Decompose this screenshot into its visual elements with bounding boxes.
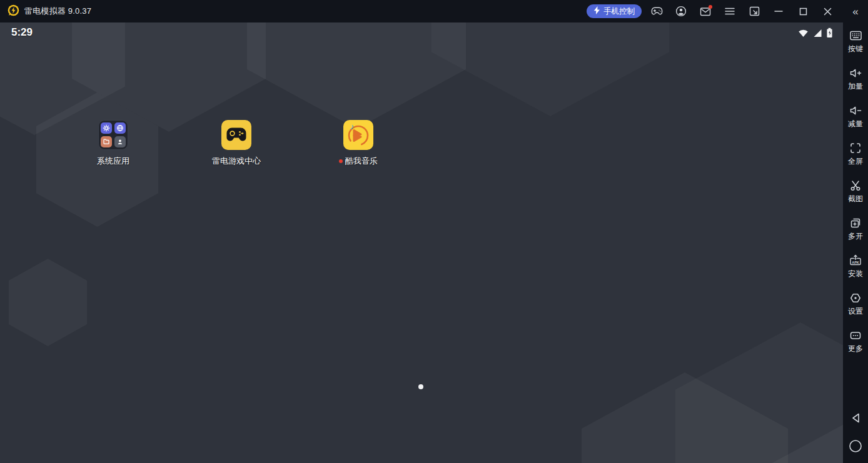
close-button[interactable] bbox=[818, 2, 837, 20]
battery-icon bbox=[826, 27, 833, 41]
tool-volume-up[interactable]: 加量 bbox=[843, 64, 868, 101]
tool-apk-install[interactable]: APK 安装 bbox=[843, 251, 868, 289]
app-label: 系统应用 bbox=[97, 156, 129, 167]
apk-text: APK bbox=[852, 261, 859, 264]
tool-label: 多开 bbox=[848, 231, 863, 242]
wifi-icon bbox=[798, 29, 809, 40]
notification-dot bbox=[339, 159, 343, 163]
tool-more[interactable]: 更多 bbox=[843, 326, 868, 364]
contacts-mini-icon bbox=[114, 136, 126, 147]
settings-mini-icon bbox=[101, 122, 112, 134]
files-mini-icon bbox=[101, 136, 112, 147]
android-desktop: 5:29 bbox=[0, 22, 843, 463]
tool-label: 截图 bbox=[848, 194, 863, 204]
app-label: 酷我音乐 bbox=[339, 156, 378, 167]
window-title: 雷电模拟器 9.0.37 bbox=[24, 6, 91, 17]
app-ld-game-center[interactable]: 雷电游戏中心 bbox=[196, 120, 277, 167]
account-icon[interactable] bbox=[672, 2, 690, 20]
tool-label: 安装 bbox=[848, 269, 863, 279]
emulator-window: 雷电模拟器 9.0.37 手机控制 bbox=[0, 0, 868, 463]
phone-control-button[interactable]: 手机控制 bbox=[587, 4, 642, 18]
toolbar-sidebar: « 按键 加量 bbox=[843, 0, 868, 463]
page-indicator-dot bbox=[418, 384, 423, 389]
android-home-button[interactable] bbox=[849, 439, 862, 453]
browser-mini-icon bbox=[114, 122, 126, 134]
tool-label: 减量 bbox=[848, 119, 863, 129]
app-label: 雷电游戏中心 bbox=[212, 156, 261, 167]
mini-window-icon[interactable] bbox=[745, 2, 764, 20]
tool-settings[interactable]: 设置 bbox=[843, 289, 868, 326]
hexagon-decoration bbox=[9, 259, 87, 346]
kuwo-music-icon: ♪ bbox=[343, 120, 373, 150]
clock: 5:29 bbox=[11, 26, 33, 39]
signal-icon bbox=[812, 29, 822, 40]
minimize-button[interactable] bbox=[769, 2, 788, 20]
ld-game-center-icon bbox=[221, 120, 251, 150]
tool-multi-instance[interactable]: 多开 bbox=[843, 214, 868, 251]
app-system-apps-folder[interactable]: 系统应用 bbox=[73, 120, 154, 167]
system-apps-folder-icon bbox=[98, 120, 128, 150]
tool-screenshot[interactable]: 截图 bbox=[843, 176, 868, 214]
tool-fullscreen[interactable]: 全屏 bbox=[843, 139, 868, 176]
tool-label: 按键 bbox=[848, 44, 863, 54]
mail-icon[interactable] bbox=[696, 2, 715, 20]
tool-label: 更多 bbox=[848, 344, 863, 354]
menu-icon[interactable] bbox=[720, 2, 739, 20]
tool-label: 设置 bbox=[848, 306, 863, 317]
game-center-icon[interactable] bbox=[647, 2, 666, 20]
tool-volume-down[interactable]: 减量 bbox=[843, 101, 868, 139]
tool-label: 全屏 bbox=[848, 156, 863, 167]
app-kuwo-music[interactable]: ♪ 酷我音乐 bbox=[318, 120, 399, 167]
lightning-icon bbox=[593, 6, 600, 16]
mail-notification-dot bbox=[709, 5, 712, 9]
titlebar: 雷电模拟器 9.0.37 手机控制 bbox=[0, 0, 843, 22]
collapse-sidebar-button[interactable]: « bbox=[843, 0, 868, 22]
tool-label: 加量 bbox=[848, 81, 863, 92]
app-logo-icon bbox=[8, 4, 19, 19]
hexagon-decoration bbox=[431, 22, 669, 116]
music-note-glyph: ♪ bbox=[350, 122, 355, 131]
maximize-button[interactable] bbox=[794, 2, 812, 20]
android-back-button[interactable] bbox=[850, 412, 861, 424]
tool-keymapping[interactable]: 按键 bbox=[843, 26, 868, 64]
